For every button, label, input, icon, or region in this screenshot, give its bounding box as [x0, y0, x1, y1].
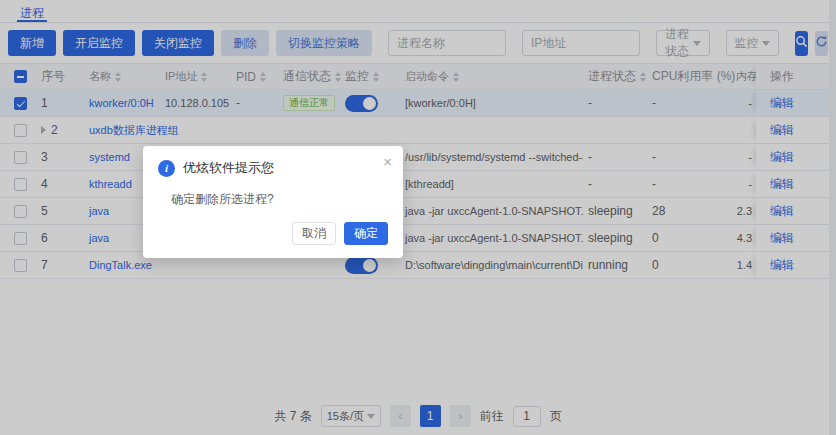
modal-mask — [0, 0, 836, 435]
info-icon: i — [158, 160, 175, 177]
close-icon[interactable]: × — [383, 154, 392, 169]
dialog-message: 确定删除所选进程? — [171, 191, 388, 208]
cancel-button[interactable]: 取消 — [292, 222, 336, 245]
confirm-dialog: × i 优炫软件提示您 确定删除所选进程? 取消 确定 — [143, 146, 403, 258]
dialog-title: 优炫软件提示您 — [183, 159, 274, 177]
confirm-button[interactable]: 确定 — [344, 222, 388, 245]
